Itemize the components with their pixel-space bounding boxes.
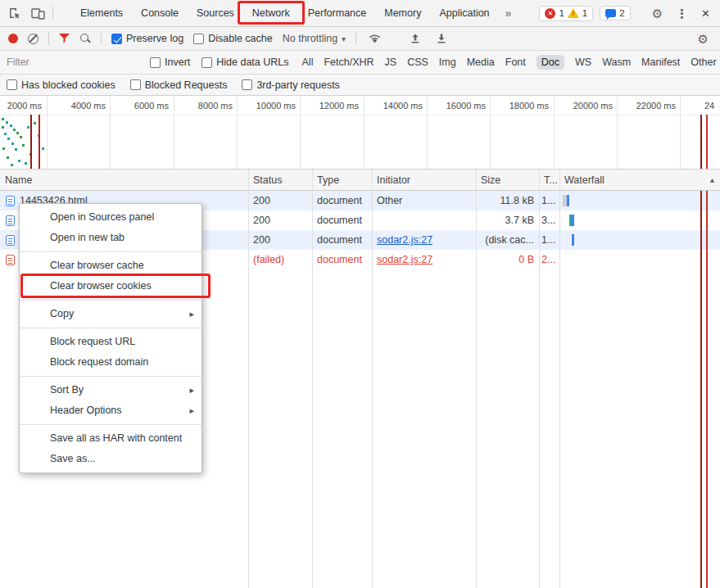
network-filter-bar: Invert Hide data URLs All Fetch/XHR JS C… — [0, 51, 720, 75]
menu-item-save-as[interactable]: Save as... — [20, 449, 202, 469]
tab-memory[interactable]: Memory — [375, 0, 430, 26]
checkbox-unchecked — [7, 79, 17, 90]
network-overview-timeline[interactable]: 2000 ms 4000 ms 6000 ms 8000 ms 10000 ms… — [0, 96, 720, 170]
preserve-log-checkbox[interactable]: Preserve log — [111, 33, 183, 44]
filter-type-ws[interactable]: WS — [575, 55, 591, 70]
error-icon: ✕ — [545, 8, 555, 19]
hide-data-urls-checkbox[interactable]: Hide data URLs — [202, 57, 288, 68]
issues-badge[interactable]: 2 — [600, 6, 630, 20]
submenu-arrow-icon: ▸ — [189, 380, 194, 400]
checkbox-unchecked — [193, 34, 204, 44]
search-icon[interactable] — [79, 33, 91, 44]
checkbox-unchecked — [242, 79, 252, 90]
menu-separator — [20, 376, 202, 377]
menu-item-clear-browser-cache[interactable]: Clear browser cache — [20, 256, 202, 276]
filter-type-doc[interactable]: Doc — [537, 55, 564, 70]
tab-performance[interactable]: Performance — [299, 0, 376, 26]
activity-mark — [27, 126, 29, 129]
filter-type-manifest[interactable]: Manifest — [641, 55, 680, 70]
third-party-requests-checkbox[interactable]: 3rd-party requests — [242, 79, 339, 91]
initiator-link[interactable]: sodar2.js:27 — [377, 234, 432, 246]
filter-type-fetch-xhr[interactable]: Fetch/XHR — [324, 55, 374, 70]
activity-mark — [22, 144, 25, 147]
menu-item-open-in-sources-panel[interactable]: Open in Sources panel — [20, 207, 202, 228]
device-toolbar-icon[interactable] — [29, 5, 46, 21]
has-blocked-cookies-checkbox[interactable]: Has blocked cookies — [7, 79, 115, 91]
column-header-waterfall[interactable]: Waterfall ▲ — [559, 170, 720, 191]
menu-item-label: Header Options — [50, 405, 122, 416]
filter-type-css[interactable]: CSS — [407, 55, 428, 70]
menu-item-save-all-as-har[interactable]: Save all as HAR with content — [20, 428, 202, 449]
filter-type-all[interactable]: All — [302, 55, 314, 70]
document-icon — [6, 235, 15, 246]
clear-network-log-icon[interactable] — [28, 34, 38, 44]
filter-type-js[interactable]: JS — [385, 55, 397, 70]
column-header-name[interactable]: Name — [0, 170, 248, 191]
timeline-tick-label: 2000 ms — [0, 101, 42, 111]
waterfall-bar — [572, 215, 574, 226]
toolbar-divider — [355, 32, 356, 45]
menu-item-clear-browser-cookies[interactable]: Clear browser cookies — [20, 276, 202, 296]
column-header-status[interactable]: Status — [248, 170, 312, 191]
filter-type-img[interactable]: Img — [439, 55, 456, 70]
filter-type-other[interactable]: Other — [691, 55, 716, 70]
column-header-size[interactable]: Size — [476, 170, 539, 191]
invert-label: Invert — [165, 57, 190, 68]
close-devtools-icon[interactable]: ✕ — [698, 7, 713, 20]
request-waterfall-cell — [559, 210, 720, 230]
activity-mark — [13, 129, 16, 131]
more-tabs-chevron-icon[interactable]: » — [499, 0, 518, 26]
document-icon-failed — [6, 255, 15, 265]
tab-sources[interactable]: Sources — [188, 0, 243, 26]
request-initiator-cell: Other — [372, 191, 476, 210]
blocked-requests-checkbox[interactable]: Blocked Requests — [130, 79, 228, 91]
tab-console[interactable]: Console — [132, 0, 188, 26]
menu-item-copy[interactable]: Copy ▸ — [20, 304, 202, 324]
menu-item-open-in-new-tab[interactable]: Open in new tab — [20, 228, 202, 248]
column-header-type[interactable]: Type — [312, 170, 372, 191]
filter-funnel-icon[interactable] — [59, 34, 70, 43]
tab-network-label: Network — [252, 7, 290, 19]
filter-type-font[interactable]: Font — [505, 55, 526, 70]
toolbar-divider — [48, 32, 49, 45]
checkbox-checked — [111, 34, 122, 44]
disable-cache-checkbox[interactable]: Disable cache — [193, 33, 273, 44]
inspect-element-icon[interactable] — [7, 5, 23, 21]
initiator-link[interactable]: sodar2.js:27 — [377, 254, 432, 265]
request-initiator-cell: sodar2.js:27 — [372, 250, 476, 269]
throttling-value: No throttling — [283, 33, 337, 44]
network-conditions-icon[interactable] — [366, 30, 383, 47]
kebab-menu-icon[interactable]: ⋮ — [672, 6, 691, 21]
request-type-cell: document — [312, 250, 372, 269]
network-settings-gear-icon[interactable]: ⚙ — [695, 31, 712, 47]
menu-item-label: Clear browser cookies — [50, 280, 152, 292]
filter-type-wasm[interactable]: Wasm — [602, 55, 631, 70]
record-network-log-button[interactable] — [8, 34, 18, 43]
settings-gear-icon[interactable]: ⚙ — [649, 6, 666, 21]
menu-separator — [20, 300, 202, 301]
tab-application[interactable]: Application — [430, 0, 498, 26]
import-har-icon[interactable] — [407, 30, 423, 47]
tab-elements[interactable]: Elements — [71, 0, 132, 26]
column-header-initiator[interactable]: Initiator — [372, 170, 476, 191]
activity-mark — [2, 126, 4, 129]
network-toolbar: Preserve log Disable cache No throttling… — [0, 27, 720, 51]
timeline-tick-label: 8000 ms — [172, 101, 233, 111]
menu-item-header-options[interactable]: Header Options ▸ — [20, 400, 202, 421]
console-status-badge[interactable]: ✕ 1 ! 1 — [539, 6, 593, 21]
activity-mark — [11, 164, 13, 166]
menu-item-sort-by[interactable]: Sort By ▸ — [20, 380, 202, 400]
export-har-icon[interactable] — [433, 30, 450, 47]
request-type-cell: document — [312, 191, 372, 210]
filter-input[interactable] — [7, 57, 138, 68]
activity-mark — [2, 147, 5, 150]
throttling-select[interactable]: No throttling ▾ — [283, 33, 346, 44]
tab-network[interactable]: Network — [243, 0, 299, 26]
column-header-time[interactable]: T... — [539, 170, 559, 191]
menu-item-block-request-domain[interactable]: Block request domain — [20, 352, 202, 373]
device-icon-svg — [31, 7, 45, 20]
request-status-cell: 200 — [248, 191, 312, 210]
menu-item-block-request-url[interactable]: Block request URL — [20, 332, 202, 352]
invert-checkbox[interactable]: Invert — [150, 57, 190, 68]
filter-type-media[interactable]: Media — [467, 55, 495, 70]
